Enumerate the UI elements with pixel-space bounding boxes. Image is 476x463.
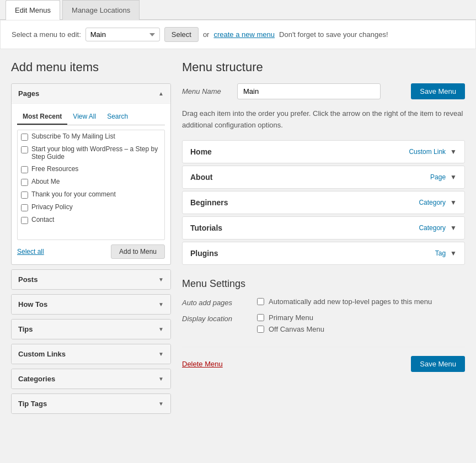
menu-item-plugins-right: Tag ▼ (435, 249, 457, 257)
menu-item-home-type: Custom Link (409, 148, 446, 156)
accordion-pages-label: Pages (18, 89, 39, 98)
accordion-tips-header[interactable]: Tips ▼ (12, 320, 170, 339)
page-label-3[interactable]: Free Resources (31, 165, 78, 173)
accordion-tip-tags: Tip Tags ▼ (11, 393, 171, 414)
menu-item-beginners-type: Category (419, 199, 446, 206)
accordion-pages-header[interactable]: Pages ▲ (12, 84, 170, 103)
accordion-posts-header[interactable]: Posts ▼ (12, 270, 170, 289)
menu-item-tutorials-label: Tutorials (190, 223, 222, 232)
page-checkbox-3[interactable] (21, 166, 28, 173)
accordion-pages: Pages ▲ Most Recent View All Search Subs… (11, 83, 171, 265)
menu-item-about-type: Page (430, 173, 446, 181)
left-panel: Add menu items Pages ▲ Most Recent View … (11, 60, 171, 418)
list-item: Start your blog with WordPress – a Step … (18, 143, 164, 163)
list-item: Subscribe To My Mailing List (18, 130, 164, 143)
accordion-custom-links-label: Custom Links (18, 350, 66, 358)
accordion-pages-arrow: ▲ (158, 91, 164, 97)
page-label-5[interactable]: Thank you for your comment (31, 190, 116, 198)
accordion-categories-header[interactable]: Categories ▼ (12, 369, 170, 389)
menu-item-beginners-right: Category ▼ (419, 199, 457, 206)
display-location-label: Display location (182, 313, 248, 323)
page-label-6[interactable]: Privacy Policy (31, 203, 73, 211)
page-list: Subscribe To My Mailing List Start your … (17, 130, 165, 240)
create-new-menu-link[interactable]: create a new menu (213, 30, 275, 39)
tab-manage-locations[interactable]: Manage Locations (62, 0, 140, 20)
menu-item-plugins-expand[interactable]: ▼ (450, 249, 457, 257)
page-label-4[interactable]: About Me (31, 178, 60, 185)
pages-tabs: Most Recent View All Search (17, 109, 165, 125)
display-location-row: Display location Primary Menu Off Canvas… (182, 313, 465, 333)
page-checkbox-4[interactable] (21, 179, 28, 186)
delete-menu-link[interactable]: Delete Menu (182, 360, 223, 368)
menu-item-about-label: About (190, 173, 212, 182)
select-button[interactable]: Select (164, 27, 199, 42)
accordion-pages-footer: Select all Add to Menu (17, 244, 165, 259)
menu-item-home-expand[interactable]: ▼ (450, 148, 457, 156)
menu-item-about-expand[interactable]: ▼ (450, 173, 457, 181)
save-menu-button-top[interactable]: Save Menu (411, 83, 465, 99)
page-label-7[interactable]: Contact (31, 216, 54, 223)
auto-add-content-row: Automatically add new top-level pages to… (257, 297, 432, 306)
menu-structure-title: Menu structure (182, 60, 465, 74)
accordion-tip-tags-header[interactable]: Tip Tags ▼ (12, 394, 170, 413)
accordion-tips: Tips ▼ (11, 319, 171, 339)
menu-select-dropdown[interactable]: Main Primary Menu Off Canvas Menu (85, 28, 160, 41)
menu-settings: Menu Settings Auto add pages Automatical… (182, 278, 465, 333)
accordion-how-tos-arrow: ▼ (158, 301, 164, 307)
list-item: Free Resources (18, 163, 164, 175)
list-item: Privacy Policy (18, 201, 164, 214)
menu-name-row: Menu Name Save Menu (182, 83, 465, 99)
tab-view-all[interactable]: View All (67, 109, 101, 125)
accordion-categories: Categories ▼ (11, 369, 171, 389)
page-label-2[interactable]: Start your blog with WordPress – a Step … (31, 145, 161, 161)
menu-item-about[interactable]: About Page ▼ (182, 166, 465, 189)
tab-bar: Edit Menus Manage Locations (0, 0, 476, 20)
add-to-menu-button[interactable]: Add to Menu (111, 244, 165, 259)
menu-item-home[interactable]: Home Custom Link ▼ (182, 140, 465, 163)
auto-add-label: Auto add pages (182, 297, 248, 307)
menu-item-home-label: Home (190, 147, 212, 156)
menu-item-beginners-expand[interactable]: ▼ (450, 199, 457, 206)
add-menu-items-title: Add menu items (11, 60, 171, 74)
menu-item-tutorials-expand[interactable]: ▼ (450, 224, 457, 232)
menu-settings-title: Menu Settings (182, 278, 465, 290)
accordion-categories-arrow: ▼ (158, 376, 164, 382)
page-checkbox-5[interactable] (21, 191, 28, 199)
off-canvas-menu-row: Off Canvas Menu (257, 325, 324, 333)
menu-name-label: Menu Name (182, 87, 232, 95)
auto-add-checkbox[interactable] (257, 298, 264, 305)
accordion-pages-body: Most Recent View All Search Subscribe To… (12, 103, 170, 264)
page-checkbox-2[interactable] (21, 146, 28, 153)
accordion-custom-links-arrow: ▼ (158, 351, 164, 357)
primary-menu-row: Primary Menu (257, 313, 324, 322)
primary-menu-label[interactable]: Primary Menu (269, 313, 313, 322)
accordion-custom-links: Custom Links ▼ (11, 344, 171, 364)
save-menu-button-bottom[interactable]: Save Menu (411, 356, 465, 372)
primary-menu-checkbox[interactable] (257, 314, 264, 321)
page-checkbox-6[interactable] (21, 204, 28, 211)
page-checkbox-7[interactable] (21, 217, 28, 224)
select-menu-bar: Select a menu to edit: Main Primary Menu… (0, 20, 476, 49)
menu-item-tutorials[interactable]: Tutorials Category ▼ (182, 216, 465, 240)
select-all-link[interactable]: Select all (17, 248, 44, 256)
list-item: Thank you for your comment (18, 188, 164, 201)
off-canvas-menu-checkbox[interactable] (257, 326, 264, 333)
accordion-posts-label: Posts (18, 275, 38, 284)
tab-most-recent[interactable]: Most Recent (17, 109, 67, 125)
accordion-how-tos-header[interactable]: How Tos ▼ (12, 295, 170, 314)
page-checkbox-1[interactable] (21, 134, 28, 141)
off-canvas-menu-label[interactable]: Off Canvas Menu (269, 325, 324, 333)
menu-item-beginners[interactable]: Beginners Category ▼ (182, 191, 465, 214)
list-item: Contact (18, 214, 164, 226)
page-label-1[interactable]: Subscribe To My Mailing List (31, 132, 115, 140)
auto-add-description[interactable]: Automatically add new top-level pages to… (269, 297, 432, 306)
tab-search[interactable]: Search (101, 109, 133, 125)
menu-name-input[interactable] (237, 83, 381, 99)
accordion-how-tos: How Tos ▼ (11, 294, 171, 315)
menu-item-plugins-type: Tag (435, 249, 446, 257)
menu-item-plugins[interactable]: Plugins Tag ▼ (182, 242, 465, 265)
drag-instructions: Drag each item into the order you prefer… (182, 108, 465, 131)
tab-edit-menus[interactable]: Edit Menus (6, 0, 60, 20)
menu-footer: Delete Menu Save Menu (182, 347, 465, 372)
accordion-custom-links-header[interactable]: Custom Links ▼ (12, 344, 170, 364)
